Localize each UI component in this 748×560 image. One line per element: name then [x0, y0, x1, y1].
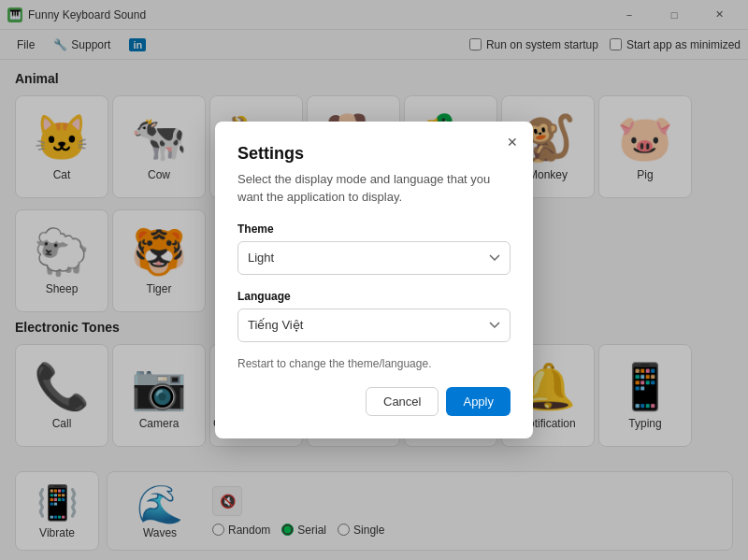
modal-actions: Cancel Apply: [237, 387, 511, 416]
modal-overlay: ✕ Settings Select the display mode and l…: [0, 0, 748, 560]
settings-modal: ✕ Settings Select the display mode and l…: [215, 122, 533, 438]
language-select[interactable]: English Tiếng Việt 中文 日本語 한국어: [237, 309, 511, 342]
modal-title: Settings: [237, 144, 511, 164]
cancel-button[interactable]: Cancel: [366, 387, 439, 416]
language-label: Language: [237, 290, 511, 303]
theme-select[interactable]: Light Dark System: [237, 241, 511, 275]
modal-description: Select the display mode and language tha…: [237, 171, 511, 205]
restart-note: Restart to change the theme/language.: [237, 357, 511, 370]
theme-label: Theme: [237, 223, 511, 236]
modal-close-button[interactable]: ✕: [501, 131, 524, 153]
apply-button[interactable]: Apply: [446, 387, 511, 416]
